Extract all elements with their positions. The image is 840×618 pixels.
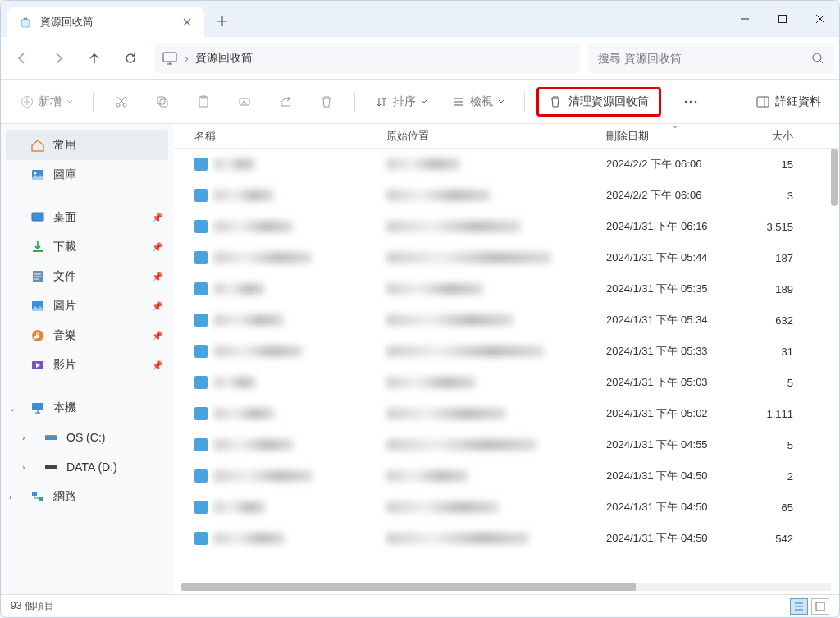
sidebar-item-home[interactable]: 常用 — [6, 130, 168, 160]
minimize-button[interactable] — [726, 2, 764, 35]
file-size: 542 — [752, 533, 793, 545]
chevron-right-icon[interactable]: › — [22, 433, 25, 442]
search-box[interactable] — [588, 43, 834, 73]
up-button[interactable] — [78, 43, 111, 73]
sidebar-item-music[interactable]: 音樂 📌 — [1, 321, 173, 350]
copy-button[interactable] — [146, 87, 179, 117]
sidebar-item-desktop[interactable]: 桌面 📌 — [1, 203, 173, 232]
forward-button[interactable] — [42, 43, 75, 73]
tab-recycle-bin[interactable]: 資源回收筒 — [7, 7, 204, 37]
file-size: 3,515 — [752, 221, 793, 233]
file-size: 189 — [752, 283, 793, 295]
refresh-button[interactable] — [114, 43, 147, 73]
file-icon — [194, 532, 208, 545]
status-bar: 93 個項目 — [1, 594, 839, 617]
chevron-right-icon[interactable]: › — [22, 463, 25, 472]
computer-icon — [30, 401, 45, 415]
cut-button[interactable] — [105, 87, 138, 117]
deleted-date: 2024/1/31 下午 04:55 — [606, 437, 752, 452]
original-location-redacted — [386, 283, 483, 295]
table-row[interactable]: 2024/1/31 下午 05:35189 — [173, 273, 839, 304]
file-name-redacted — [214, 252, 312, 263]
file-size: 5 — [752, 377, 793, 389]
table-row[interactable]: 2024/1/31 下午 04:555 — [173, 429, 839, 460]
empty-recycle-bin-button[interactable]: 清理資源回收筒 — [536, 87, 661, 117]
column-headers: 名稱 原始位置 ⌄刪除日期 大小 — [173, 124, 839, 149]
chevron-down-icon[interactable]: ⌄ — [9, 404, 16, 413]
svg-rect-19 — [32, 213, 43, 221]
sort-button[interactable]: 排序 — [367, 87, 436, 117]
new-button[interactable]: 新增 — [12, 87, 81, 117]
address-bar[interactable]: › 資源回收筒 — [155, 43, 580, 73]
sidebar-item-drive-c[interactable]: › OS (C:) — [1, 423, 173, 452]
file-name-redacted — [214, 501, 266, 513]
view-button[interactable]: 檢視 — [444, 87, 513, 117]
table-row[interactable]: 2024/1/31 下午 05:035 — [173, 367, 839, 398]
file-list: 名稱 原始位置 ⌄刪除日期 大小 2024/2/2 下午 06:06152024… — [173, 124, 839, 594]
desktop-icon — [30, 210, 45, 225]
file-icon — [194, 376, 208, 389]
more-button[interactable] — [674, 87, 707, 117]
share-button[interactable] — [269, 87, 302, 117]
column-name[interactable]: 名稱 — [181, 129, 386, 144]
tab-close-button[interactable] — [181, 16, 193, 28]
deleted-date: 2024/2/2 下午 06:06 — [606, 188, 752, 203]
table-row[interactable]: 2024/1/31 下午 05:3331 — [173, 336, 839, 367]
sidebar-item-downloads[interactable]: 下載 📌 — [1, 232, 173, 262]
drive-icon — [43, 460, 58, 474]
deleted-date: 2024/1/31 下午 05:03 — [606, 375, 752, 390]
back-button[interactable] — [6, 43, 39, 73]
view-icon — [452, 95, 465, 108]
rows-container[interactable]: 2024/2/2 下午 06:06152024/2/2 下午 06:063202… — [173, 149, 839, 583]
deleted-date: 2024/1/31 下午 05:34 — [606, 313, 752, 327]
sidebar-item-drive-d[interactable]: › DATA (D:) — [1, 452, 173, 482]
details-view-button[interactable] — [790, 598, 808, 615]
table-row[interactable]: 2024/1/31 下午 04:5065 — [173, 492, 839, 523]
search-icon — [811, 52, 824, 65]
sidebar-item-pictures[interactable]: 圖片 📌 — [1, 291, 173, 321]
new-tab-button[interactable] — [209, 8, 235, 34]
column-size[interactable]: 大小 — [752, 129, 793, 144]
file-icon — [194, 220, 208, 233]
deleted-date: 2024/2/2 下午 06:06 — [606, 157, 752, 172]
original-location-redacted — [386, 346, 544, 357]
table-row[interactable]: 2024/1/31 下午 05:44187 — [173, 242, 839, 273]
sidebar-item-documents[interactable]: 文件 📌 — [1, 262, 173, 291]
file-size: 5 — [752, 439, 793, 451]
table-row[interactable]: 2024/1/31 下午 05:021,111 — [173, 398, 839, 429]
original-location-redacted — [386, 533, 529, 544]
vertical-scrollbar[interactable] — [831, 149, 838, 206]
maximize-button[interactable] — [764, 2, 801, 35]
scissors-icon — [114, 94, 129, 109]
sidebar-item-network[interactable]: › 網路 — [1, 482, 173, 511]
table-row[interactable]: 2024/1/31 下午 05:34632 — [173, 304, 839, 336]
file-name-redacted — [214, 158, 255, 170]
file-icon — [194, 407, 208, 420]
sidebar-item-thispc[interactable]: ⌄ 本機 — [1, 393, 173, 423]
file-name-redacted — [214, 377, 256, 388]
table-row[interactable]: 2024/1/31 下午 06:163,515 — [173, 211, 839, 242]
large-icons-view-button[interactable] — [811, 598, 829, 615]
horizontal-scrollbar[interactable] — [181, 583, 831, 591]
close-button[interactable] — [801, 2, 839, 35]
search-input[interactable] — [598, 52, 811, 65]
paste-button[interactable] — [187, 87, 220, 117]
column-deleted-date[interactable]: ⌄刪除日期 — [606, 129, 752, 144]
navigation-pane[interactable]: 常用 圖庫 桌面 📌 下載 📌 文件 📌 — [1, 124, 173, 594]
details-pane-button[interactable]: 詳細資料 — [749, 94, 828, 109]
svg-rect-27 — [45, 437, 57, 440]
rename-button[interactable]: A — [228, 87, 261, 117]
sidebar-item-videos[interactable]: 影片 📌 — [1, 350, 173, 380]
column-location[interactable]: 原始位置 — [386, 129, 606, 144]
deleted-date: 2024/1/31 下午 04:50 — [606, 531, 752, 546]
sidebar-item-gallery[interactable]: 圖庫 — [1, 160, 173, 190]
chevron-right-icon[interactable]: › — [9, 492, 11, 501]
svg-rect-8 — [160, 99, 167, 107]
svg-rect-2 — [163, 53, 176, 62]
table-row[interactable]: 2024/1/31 下午 04:502 — [173, 460, 839, 492]
table-row[interactable]: 2024/2/2 下午 06:0615 — [173, 149, 839, 180]
delete-button[interactable] — [310, 87, 343, 117]
table-row[interactable]: 2024/2/2 下午 06:063 — [173, 180, 839, 211]
table-row[interactable]: 2024/1/31 下午 04:50542 — [173, 523, 839, 554]
file-icon — [194, 251, 208, 264]
